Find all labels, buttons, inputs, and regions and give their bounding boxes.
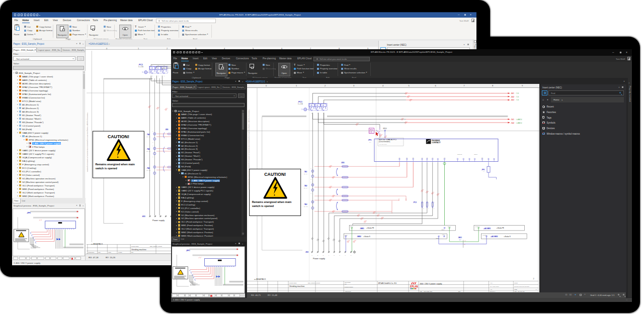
svg-text:-1L2: -1L2 bbox=[511, 122, 514, 124]
svg-text:Approved by: Approved by bbox=[345, 291, 352, 292]
svg-text:In = 32A: In = 32A bbox=[298, 103, 303, 105]
svg-text:-2PF1: -2PF1 bbox=[186, 250, 190, 252]
svg-text:5: 5 bbox=[334, 254, 335, 255]
svg-text:50 / 3.4: 50 / 3.4 bbox=[146, 170, 151, 171]
svg-text:EPLAN GmbH & Co. KG: EPLAN GmbH & Co. KG bbox=[378, 282, 397, 284]
svg-text:/ 1.6: / 1.6 bbox=[516, 95, 519, 97]
svg-text:=+BH&EPA1/1: =+BH&EPA1/1 bbox=[254, 278, 266, 280]
svg-text:switch is opened: switch is opened bbox=[252, 204, 274, 207]
svg-text:1.4: 1.4 bbox=[158, 107, 160, 108]
svg-text:L: L bbox=[152, 145, 153, 146]
svg-text:3: 3 bbox=[428, 201, 429, 202]
svg-text:= Busbar PE: = Busbar PE bbox=[367, 227, 374, 229]
svg-text:H3: H3 bbox=[432, 157, 434, 158]
svg-text:ESS_Sample_Project: ESS_Sample_Project bbox=[150, 246, 162, 247]
svg-text:6: 6 bbox=[164, 75, 165, 76]
svg-text:1.4: 1.4 bbox=[167, 108, 169, 109]
svg-text:(rd): (rd) bbox=[464, 240, 466, 241]
svg-text:1/4: 1/4 bbox=[331, 198, 333, 199]
svg-text:EPL: EPL bbox=[458, 291, 461, 292]
svg-text:H2: H2 bbox=[426, 157, 428, 158]
svg-text:/ =GA/1.4: / =GA/1.4 bbox=[516, 118, 522, 120]
svg-text:(b): (b) bbox=[464, 243, 465, 244]
svg-text:Page: Page bbox=[514, 288, 517, 290]
svg-text:-PF1: -PF1 bbox=[481, 168, 485, 170]
svg-text:7: 7 bbox=[345, 254, 346, 255]
svg-text:-XD5: -XD5 bbox=[341, 162, 345, 164]
svg-text:6: 6 bbox=[434, 208, 435, 209]
svg-text:(Circuit breaker): (Circuit breaker) bbox=[379, 141, 390, 143]
svg-text:1: 1 bbox=[423, 201, 424, 202]
svg-text:GN: GN bbox=[355, 240, 357, 241]
svg-text:= Busbar N: = Busbar N bbox=[364, 235, 370, 237]
svg-text:16: 16 bbox=[378, 214, 380, 215]
svg-text:1.4: 1.4 bbox=[409, 95, 411, 96]
svg-text:6: 6 bbox=[340, 254, 341, 255]
svg-text:+A1: +A1 bbox=[490, 288, 493, 290]
svg-text:= Busbar PE: = Busbar PE bbox=[497, 227, 504, 229]
svg-text:5: 5 bbox=[323, 101, 324, 102]
svg-text:4: 4 bbox=[329, 254, 330, 255]
svg-text:13: 13 bbox=[399, 157, 400, 158]
svg-text:Grinding machine: Grinding machine bbox=[289, 285, 305, 287]
svg-text:+: + bbox=[457, 157, 458, 158]
svg-text:-2L3: -2L3 bbox=[511, 99, 514, 101]
svg-text:Remains energized when main: Remains energized when main bbox=[252, 200, 292, 203]
svg-text:Enclosure 1: Enclosure 1 bbox=[490, 291, 496, 292]
svg-text:1~: 1~ bbox=[301, 109, 303, 111]
svg-text:Project name: Project name bbox=[289, 282, 297, 283]
svg-text:1.6: 1.6 bbox=[357, 123, 359, 124]
svg-text:= Busbar N: = Busbar N bbox=[504, 235, 511, 237]
svg-text:EPLAN: EPLAN bbox=[410, 285, 418, 288]
svg-text:CAUTION!: CAUTION! bbox=[264, 171, 286, 176]
svg-text:1/4: 1/4 bbox=[334, 175, 336, 176]
svg-text:13: 13 bbox=[381, 134, 383, 135]
svg-text:-WE1.2: -WE1.2 bbox=[441, 229, 445, 230]
svg-text:-1L1: -1L1 bbox=[511, 118, 514, 120]
svg-text:3: 3 bbox=[323, 254, 324, 255]
svg-text:-2PF1: -2PF1 bbox=[27, 212, 31, 214]
svg-text:S2: S2 bbox=[413, 157, 414, 158]
svg-text:-WE1: -WE1 bbox=[360, 227, 364, 229]
svg-text:2: 2 bbox=[311, 112, 312, 113]
svg-text:200: 200 bbox=[459, 239, 462, 240]
svg-text:1/4: 1/4 bbox=[423, 189, 425, 190]
svg-text:5: 5 bbox=[164, 65, 165, 66]
svg-text:IOS: IOS bbox=[345, 283, 347, 284]
svg-text:400 / 230 V power supply: 400 / 230 V power supply bbox=[420, 282, 442, 284]
svg-text:Date: Date bbox=[98, 252, 101, 253]
svg-text:NFPS: NFPS bbox=[514, 282, 518, 283]
svg-text:-XD1: -XD1 bbox=[305, 251, 309, 253]
svg-text:-PC2: -PC2 bbox=[413, 201, 417, 203]
svg-text:+A2-WE1.1: +A2-WE1.1 bbox=[474, 226, 480, 227]
svg-text:1: 1 bbox=[152, 65, 153, 66]
svg-text:50 / 3.4: 50 / 3.4 bbox=[146, 151, 151, 152]
svg-text:In = 32A: In = 32A bbox=[138, 66, 143, 68]
svg-text:13 A: 13 A bbox=[370, 131, 372, 133]
svg-text:=GAA: =GAA bbox=[490, 282, 494, 283]
svg-text:CAUTION!: CAUTION! bbox=[108, 134, 129, 139]
svg-text:2: 2 bbox=[423, 208, 424, 209]
svg-text:1/4: 1/4 bbox=[334, 210, 336, 211]
svg-text:L: L bbox=[311, 167, 312, 168]
svg-text:1.4: 1.4 bbox=[150, 105, 152, 106]
svg-text:3: 3 bbox=[158, 65, 159, 66]
svg-text:15: 15 bbox=[386, 135, 387, 136]
svg-text:50 / 3 A: 50 / 3 A bbox=[146, 136, 151, 138]
svg-text:Power supply: Power supply bbox=[152, 219, 165, 222]
svg-text:1.4: 1.4 bbox=[411, 98, 413, 99]
svg-text:-WE2: -WE2 bbox=[357, 236, 361, 238]
svg-text:/ 1.6: / 1.6 bbox=[516, 99, 519, 101]
svg-text:-: - bbox=[463, 157, 463, 158]
svg-text:1LA: 1LA bbox=[369, 142, 372, 143]
svg-text:50 / 5 A: 50 / 5 A bbox=[304, 173, 308, 175]
svg-text:1/4: 1/4 bbox=[334, 194, 336, 195]
svg-text:1: 1 bbox=[536, 288, 537, 290]
svg-text:1/6: 1/6 bbox=[359, 214, 361, 215]
svg-text:+A2-WE1: +A2-WE1 bbox=[484, 227, 491, 229]
svg-text:-TA2: -TA2 bbox=[146, 148, 150, 150]
svg-text:-FC1: -FC1 bbox=[298, 100, 303, 103]
svg-text:-PF1: -PF1 bbox=[368, 139, 372, 141]
svg-text:K: K bbox=[311, 178, 312, 179]
svg-text:ESS_Sample_Project: ESS_Sample_Project bbox=[308, 282, 320, 283]
